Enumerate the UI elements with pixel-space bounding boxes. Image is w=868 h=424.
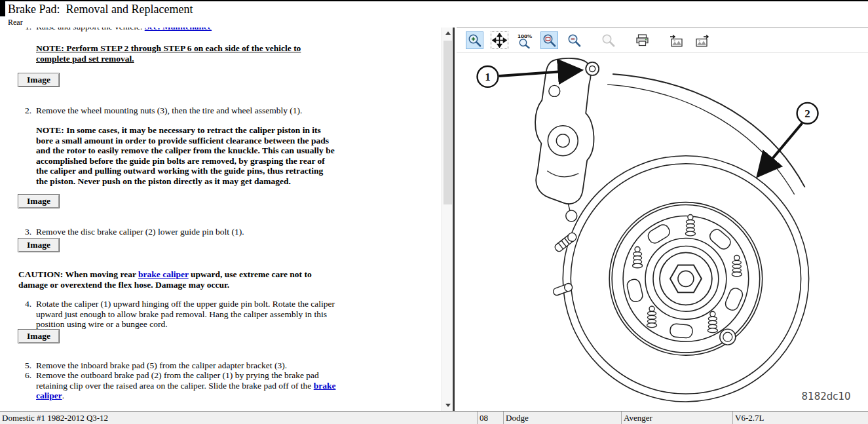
step-number: 1. bbox=[25, 28, 36, 32]
page-title: Brake Pad: Removal and Replacement bbox=[8, 3, 193, 16]
scrollbar-thumb[interactable] bbox=[443, 41, 452, 204]
zoom-out-icon[interactable] bbox=[565, 31, 583, 49]
maintenance-link[interactable]: See: Maintenance bbox=[145, 28, 212, 31]
zoom-window-icon bbox=[599, 31, 617, 49]
note-piston-retract: NOTE: In some cases, it may be necessary… bbox=[36, 125, 336, 186]
step-5: 5. Remove the inboard brake pad (5) from… bbox=[25, 360, 346, 371]
illustration-pane: 100% bbox=[457, 28, 868, 411]
window-corner-mark bbox=[0, 1, 5, 16]
scroll-up-icon bbox=[445, 31, 451, 35]
note-pad-set: NOTE: Perform STEP 2 through STEP 6 on e… bbox=[36, 43, 336, 64]
step-text: Remove the outboard brake pad (2) from t… bbox=[36, 370, 339, 401]
page-subtitle: Rear bbox=[8, 18, 23, 28]
step-text: Remove the inboard brake pad (5) from th… bbox=[36, 360, 287, 371]
header: Brake Pad: Removal and Replacement Rear bbox=[0, 1, 868, 28]
step-6: 6. Remove the outboard brake pad (2) fro… bbox=[25, 370, 339, 401]
step-1: 1. Raise and support the vehicle. See: M… bbox=[25, 28, 339, 32]
svg-text:100%: 100% bbox=[517, 33, 531, 39]
step-text: Rotate the caliper (1) upward hinging of… bbox=[36, 299, 339, 330]
step-2: 2. Remove the wheel mounting nuts (3), t… bbox=[25, 106, 346, 116]
step-number: 2. bbox=[25, 106, 36, 116]
caution-flex-hose: CAUTION: When moving rear brake caliper … bbox=[18, 269, 337, 290]
procedure-content: 1. Raise and support the vehicle. See: M… bbox=[0, 28, 442, 411]
svg-text:1: 1 bbox=[485, 71, 490, 83]
pan-icon[interactable] bbox=[491, 31, 508, 49]
figure-code: 8182dc10 bbox=[802, 391, 851, 402]
image-button-2[interactable]: Image bbox=[18, 194, 60, 208]
status-bar: Domestic #1 1982-2012 Q3-12 08 Dodge Ave… bbox=[0, 411, 868, 424]
step-text: Raise and support the vehicle. See: Main… bbox=[36, 28, 212, 32]
step-number: 6. bbox=[25, 370, 36, 401]
svg-text:2: 2 bbox=[804, 107, 810, 120]
zoom-in-icon[interactable] bbox=[466, 31, 483, 49]
image-button-3[interactable]: Image bbox=[18, 238, 60, 252]
procedure-pane: 1. Raise and support the vehicle. See: M… bbox=[0, 28, 455, 411]
zoom-100-icon[interactable]: 100% bbox=[516, 31, 533, 49]
step-4: 4. Rotate the caliper (1) upward hinging… bbox=[25, 299, 339, 330]
brake-assembly-diagram: 1 2 8182dc10 bbox=[457, 53, 868, 411]
print-icon[interactable] bbox=[633, 31, 651, 49]
repair-manual-window: Brake Pad: Removal and Replacement Rear … bbox=[0, 0, 868, 424]
callout-2: 2 bbox=[758, 103, 818, 176]
image-button-4[interactable]: Image bbox=[18, 329, 60, 343]
image-toolbar: 100% bbox=[457, 28, 868, 53]
status-engine: V6-2.7L bbox=[733, 412, 868, 424]
scroll-up-button[interactable] bbox=[442, 28, 453, 39]
status-coverage: Domestic #1 1982-2012 Q3-12 bbox=[0, 412, 478, 424]
next-image-icon[interactable] bbox=[692, 31, 710, 49]
image-button-1[interactable]: Image bbox=[18, 73, 60, 87]
zoom-fit-icon[interactable] bbox=[540, 31, 558, 49]
vertical-scrollbar[interactable] bbox=[442, 28, 453, 411]
step-text: Remove the wheel mounting nuts (3), then… bbox=[36, 106, 302, 116]
status-make: Dodge bbox=[504, 412, 622, 424]
scroll-down-button[interactable] bbox=[442, 400, 453, 411]
step-number: 4. bbox=[25, 299, 36, 330]
status-year: 08 bbox=[478, 412, 504, 424]
prev-image-icon[interactable] bbox=[668, 31, 685, 49]
step-number: 3. bbox=[25, 227, 36, 237]
scroll-down-icon bbox=[445, 404, 451, 407]
status-model: Avenger bbox=[622, 412, 733, 424]
brake-assembly-drawing: 1 2 8182dc10 bbox=[457, 53, 868, 411]
step-number: 5. bbox=[25, 360, 36, 371]
step-3: 3. Remove the disc brake caliper (2) low… bbox=[25, 227, 346, 237]
step-text: Remove the disc brake caliper (2) lower … bbox=[36, 227, 244, 237]
brake-caliper-link[interactable]: brake caliper bbox=[138, 269, 189, 279]
